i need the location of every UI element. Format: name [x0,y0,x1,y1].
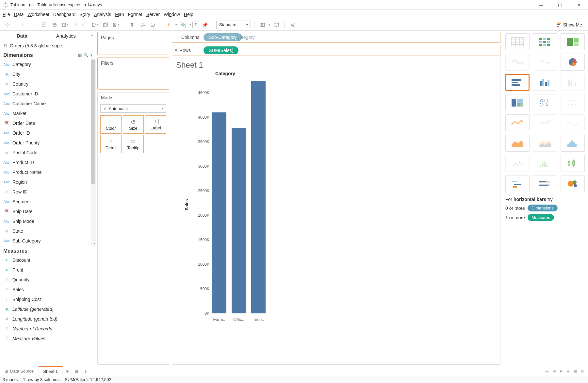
sidebar-menu-icon[interactable]: ⋄ [88,31,96,41]
field-item[interactable]: ⊕Longitude (generated) [0,314,90,324]
refresh-button[interactable]: ⟳ [71,20,80,29]
minimize-button[interactable]: — [534,2,547,8]
field-item[interactable]: AbcShip Mode [0,216,90,226]
last-icon[interactable]: ⏭ [565,369,572,373]
bar[interactable] [251,81,266,313]
refresh-caret-icon[interactable]: ▾ [82,23,84,26]
maximize-button[interactable]: ▢ [553,2,566,8]
tab-analytics[interactable]: Analytics [44,31,88,41]
showme-bullet[interactable] [533,175,557,192]
showme-map2[interactable] [533,54,557,71]
showme-dist[interactable] [533,155,557,172]
showme-scatter[interactable] [505,155,530,172]
caret-icon[interactable]: ▾ [175,23,177,26]
field-item[interactable]: AbcRegion [0,177,90,187]
showme-tree2[interactable] [505,94,530,111]
field-item[interactable]: ⊕City [0,69,90,79]
field-item[interactable]: #Discount [0,255,90,265]
showme-gantt[interactable] [505,175,530,192]
close-button[interactable]: ✕ [572,2,585,8]
datasource-item[interactable]: ⊟ Orders (5.3.3-global-supe... [0,41,96,50]
pill-dragging[interactable]: Sub-Category Category [204,33,242,41]
field-item[interactable]: AbcCustomer Name [0,99,90,108]
next-icon[interactable]: ▶ [558,369,564,373]
showme-tree[interactable] [561,33,585,50]
highlight-button[interactable]: ℓ [164,20,173,29]
caret-icon[interactable]: ▾ [269,23,270,26]
showme-pie[interactable] [561,54,585,71]
labels-button[interactable]: T [192,22,199,28]
caret-icon[interactable]: ▾ [189,23,191,26]
save-button[interactable] [40,20,49,29]
menu-help[interactable]: Help [184,12,193,17]
marks-tooltip[interactable]: ▭Tooltip [123,135,144,153]
caret-icon[interactable]: ▾ [90,53,92,58]
showme-area2[interactable] [533,135,557,152]
showme-bubble[interactable] [533,94,557,111]
field-item[interactable]: #Sales [0,285,90,294]
field-item[interactable]: #Quantity [0,275,90,285]
presentation-button[interactable] [272,20,281,29]
cards-button[interactable] [258,20,267,29]
field-item[interactable]: #Measure Values [0,334,90,343]
showme-line3[interactable] [561,114,585,131]
menu-data[interactable]: Data [14,12,24,17]
menu-server[interactable]: Server [146,12,160,17]
field-item[interactable]: AbcSub-Category [0,236,90,246]
show-filmstrip-icon[interactable]: ▤ [580,369,586,373]
sheet-canvas[interactable]: Sheet 1 Category Sales 0K500K1000K1500K2… [172,57,500,365]
menu-dashboard[interactable]: Dashboard [53,12,76,17]
showme-line1[interactable] [505,114,530,131]
group-button[interactable]: 📎 [178,20,188,29]
field-item[interactable]: AbcSegment [0,197,90,207]
field-item[interactable]: 📅Ship Date [0,207,90,216]
field-item[interactable]: 📅Order Date [0,118,90,128]
undo-button[interactable]: ← [19,20,28,29]
showme-line2[interactable] [533,114,557,131]
share-button[interactable] [288,20,297,29]
mark-type-dropdown[interactable]: ⫼Automatic ▾ [100,104,166,113]
field-item[interactable]: ⊕State [0,226,90,236]
sort-asc-button[interactable] [138,20,147,29]
new-story-button[interactable]: ◫ [81,366,90,376]
showme-dots[interactable] [561,94,585,111]
marks-label[interactable]: TLabel [145,115,166,134]
new-datasource-button[interactable] [50,20,59,29]
new-sheet-button[interactable]: ▾ [90,20,100,29]
showme-vbar[interactable] [533,74,557,91]
marks-size[interactable]: ◔Size [123,115,144,134]
field-item[interactable]: ⊕Latitude (generated) [0,304,90,314]
bar[interactable] [232,128,246,314]
new-dashboard-button[interactable]: ⊞ [72,366,81,376]
menu-format[interactable]: Format [128,12,142,17]
field-item[interactable]: AbcCustomer ID [0,89,90,99]
filters-shelf[interactable]: Filters [97,58,169,90]
field-item[interactable]: AbcOrder Priority [0,138,90,148]
showme-hbar[interactable] [505,74,530,91]
showme-hist[interactable] [561,135,585,152]
field-item[interactable]: AbcMarket [0,108,90,118]
sort-desc-button[interactable] [148,20,157,29]
show-tabs-icon[interactable]: ▦ [572,369,579,373]
field-item[interactable]: AbcCategory [0,59,90,69]
clear-button[interactable]: ▾ [111,20,121,29]
rows-shelf[interactable]: ≡Rows SUM(Sales) [172,45,500,56]
showme-table[interactable] [505,33,530,50]
field-item[interactable]: AbcProduct ID [0,158,90,167]
fit-dropdown[interactable]: Standard ▾ [216,21,251,29]
field-item[interactable]: AbcOrder ID [0,128,90,138]
bar[interactable] [212,112,226,313]
search-icon[interactable]: 🔍 [84,53,89,58]
showme-packed[interactable] [561,175,585,192]
showme-vbar2[interactable] [561,74,585,91]
swap-button[interactable]: ⇅ [127,20,137,29]
columns-shelf[interactable]: ⫼Columns Sub-Category Category [172,32,500,43]
duplicate-button[interactable] [101,20,110,29]
showme-map1[interactable] [505,54,530,71]
auto-update-button[interactable]: ▾ [60,20,70,29]
pages-shelf[interactable]: Pages [97,32,169,55]
prev-icon[interactable]: ◀ [551,369,557,373]
sheet1-tab[interactable]: Sheet 1 [39,366,63,376]
field-item[interactable]: #Profit [0,265,90,275]
chevron-down-icon[interactable]: ▾ [93,241,95,245]
